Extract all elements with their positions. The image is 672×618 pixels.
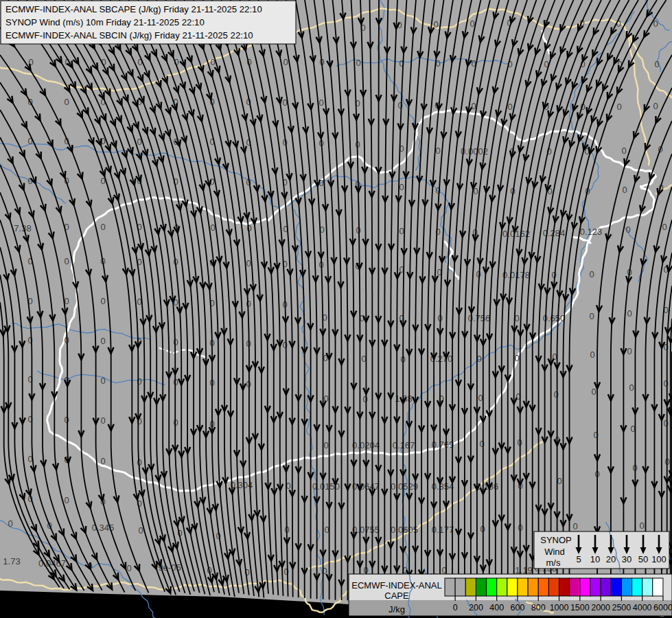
colorbar-tick-label: 2000	[591, 603, 610, 613]
colorbar-cell	[465, 578, 476, 596]
colorbar-cell	[548, 578, 559, 596]
value-label: 0	[471, 101, 476, 111]
value-label: 0	[323, 440, 328, 450]
colorbar-cell	[590, 578, 601, 596]
value-label: 0.123	[580, 227, 603, 237]
colorbar-tick-label: 4000	[633, 603, 652, 613]
value-label: 0	[356, 58, 360, 68]
colorbar-cell	[487, 578, 497, 596]
value-label: 0	[8, 518, 12, 529]
colorbar-tick-label: 2500	[612, 603, 631, 613]
value-label: 0	[470, 19, 474, 29]
value-label: 0.0605	[391, 525, 418, 535]
colorbar-cell	[611, 578, 621, 596]
colorbar-cell	[497, 578, 507, 596]
colorbar-cell	[476, 578, 486, 596]
colorbar-cell	[445, 578, 455, 596]
value-label: 0	[100, 376, 105, 386]
streamline	[378, 0, 379, 601]
value-label: 0	[362, 394, 367, 404]
colorbar-cell	[528, 578, 538, 596]
value-label: 0	[100, 336, 105, 346]
value-label: 1.73	[3, 556, 20, 566]
value-label: 0	[662, 222, 667, 232]
value-label: 0	[399, 226, 404, 236]
value-label: 0	[553, 389, 558, 400]
colorbar-cell	[642, 578, 653, 596]
value-label: 0	[621, 146, 626, 156]
colorbar-cell	[580, 578, 590, 596]
colorbar-tick-label: 0	[453, 603, 458, 613]
colorbar-tick-label: 400	[489, 603, 504, 613]
value-label: 0	[246, 258, 251, 268]
value-label: 0	[622, 185, 627, 195]
title-box: ECMWF-INDEX-ANAL SBCAPE (J/kg) Friday 21…	[1, 1, 296, 44]
colorbar-tick-label: 6000	[653, 603, 672, 613]
value-label: 0	[591, 387, 596, 397]
value-label: 0	[64, 97, 69, 107]
colorbar-cell	[559, 578, 570, 596]
colorbar-cell	[570, 578, 580, 596]
value-label: 0	[476, 269, 480, 279]
value-label: 0	[283, 57, 288, 67]
wind-speed-value: 10	[590, 554, 600, 564]
value-label: 0	[627, 308, 632, 319]
value-label: 0	[629, 382, 634, 393]
value-label: 0	[654, 59, 659, 69]
value-label: 0	[514, 353, 519, 363]
cape-colorbar: 0200400600800100015002000250040006000	[445, 578, 672, 613]
value-label: 0	[100, 415, 105, 426]
colorbar-cell	[632, 578, 642, 596]
value-label: 0	[100, 296, 105, 306]
value-label: 0	[589, 311, 594, 321]
value-label: 0	[478, 393, 483, 403]
value-label: 0	[435, 146, 440, 156]
title-line-sbcape: ECMWF-INDEX-ANAL SBCAPE (J/kg) Friday 21…	[5, 4, 262, 14]
wind-speed-value: 30	[622, 554, 632, 564]
value-label: 0	[64, 415, 69, 425]
wind-speed-value: 50	[638, 554, 648, 564]
value-label: 0.854	[432, 481, 454, 492]
cape-legend-source: ECMWF-INDEX-ANAL	[351, 580, 441, 591]
value-label: 0	[100, 222, 105, 232]
value-label: 0	[572, 521, 577, 531]
value-label: 0	[324, 525, 329, 535]
weather-map-page: 0000000000000000000000000000000000000000…	[0, 0, 672, 618]
value-label: 0	[589, 269, 594, 279]
colorbar-tick-label: 600	[511, 603, 525, 613]
wind-speed-value: 5	[576, 554, 581, 564]
colorbar-tick-label: 800	[531, 603, 546, 613]
value-label: 0	[64, 495, 69, 505]
value-label: 0	[356, 225, 360, 236]
value-label: 0.0529	[391, 481, 418, 492]
colorbar-cell	[601, 578, 611, 596]
cape-legend-param: CAPE	[384, 591, 409, 601]
value-label: 0	[64, 256, 69, 266]
wind-speed-value: 20	[606, 554, 616, 564]
colorbar-tick-label: 1000	[550, 603, 569, 613]
value-label: 0	[625, 225, 630, 235]
wind-speed-value: 100	[651, 554, 667, 564]
value-label: 1.19	[515, 565, 532, 575]
colorbar-cell	[507, 578, 518, 596]
colorbar-cell	[621, 578, 632, 596]
value-label: 0	[318, 98, 323, 108]
colorbar-cell	[455, 578, 465, 596]
wind-legend-source: SYNOP	[540, 535, 572, 545]
colorbar-cell	[518, 578, 528, 596]
wind-legend-param: Wind	[544, 547, 565, 557]
weather-map: 0000000000000000000000000000000000000000…	[0, 0, 672, 618]
value-label: 0	[210, 222, 215, 233]
colorbar-tick-label: 200	[469, 603, 483, 613]
title-line-sbcin: ECMWF-INDEX-ANAL SBCIN (J/kg) Friday 21-…	[5, 30, 253, 41]
value-label: 0	[27, 136, 32, 146]
value-label: 0.177	[432, 525, 454, 535]
colorbar-cell	[653, 578, 663, 596]
value-label: 0	[590, 350, 594, 360]
colorbar-cell	[538, 578, 548, 596]
value-label: 0	[399, 182, 404, 192]
colorbar-tick-label: 1500	[570, 603, 590, 613]
value-label: 0	[616, 102, 621, 112]
wind-legend-units: m/s	[546, 558, 561, 568]
value-label: 0	[100, 456, 105, 466]
